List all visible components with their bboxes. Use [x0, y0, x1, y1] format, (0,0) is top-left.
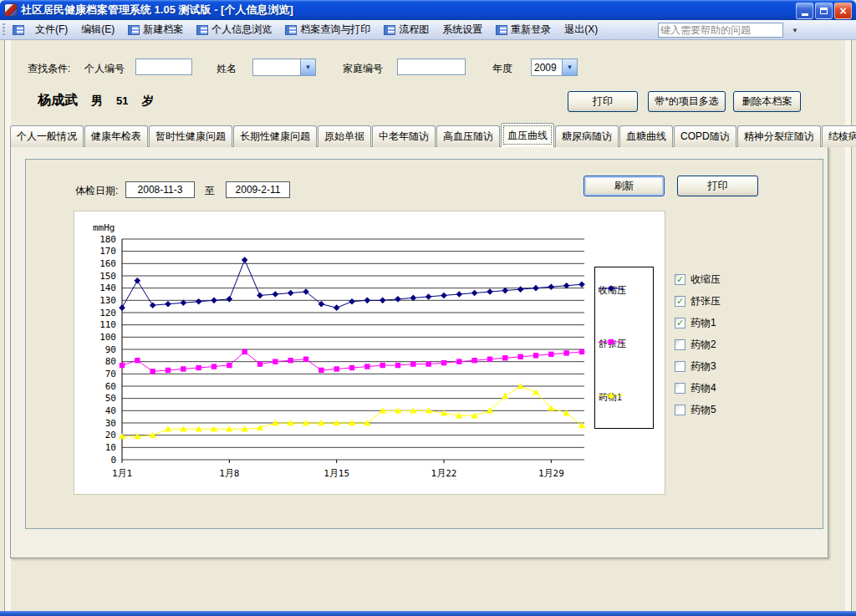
checkbox-icon[interactable] — [675, 361, 685, 372]
menu-item-label: 新建档案 — [143, 23, 183, 37]
form-icon — [285, 25, 297, 35]
tab-高血压随访[interactable]: 高血压随访 — [436, 125, 500, 147]
svg-text:180: 180 — [99, 234, 116, 245]
menu-item-label: 档案查询与打印 — [300, 23, 370, 37]
family-id-input[interactable] — [397, 59, 466, 75]
menu-item-label: 个人信息浏览 — [211, 23, 272, 37]
chevron-down-icon[interactable]: ▼ — [562, 59, 577, 75]
checkbox-checked-icon[interactable]: ✓ — [675, 274, 685, 285]
svg-text:mmHg: mmHg — [93, 222, 115, 233]
checkbox-checked-icon[interactable]: ✓ — [675, 318, 685, 328]
checkbox-checked-icon[interactable]: ✓ — [675, 296, 685, 307]
checkbox-icon[interactable] — [675, 383, 685, 394]
window-titlebar: 社区居民健康档案管理系统 1.05 测试版 - [个人信息浏览] × — [0, 0, 856, 20]
window-bottom-border — [0, 611, 856, 616]
tab-长期性健康问题[interactable]: 长期性健康问题 — [233, 125, 317, 147]
menu-bar: 文件(F)编辑(E)新建档案个人信息浏览档案查询与打印流程图系统设置重新登录退出… — [0, 20, 856, 40]
tab-个人一般情况[interactable]: 个人一般情况 — [10, 125, 84, 147]
year-label: 年度 — [492, 62, 512, 76]
checkbox-icon[interactable] — [675, 339, 685, 350]
tab-strip: 个人一般情况健康年检表暂时性健康问题长期性健康问题原始单据中老年随访高血压随访血… — [10, 124, 856, 147]
svg-text:60: 60 — [105, 381, 116, 392]
patient-gender: 男 — [91, 94, 103, 109]
menu-item[interactable]: 系统设置 — [436, 20, 489, 39]
help-search-input[interactable] — [659, 24, 792, 36]
name-combobox[interactable]: ▼ — [252, 59, 316, 76]
personal-id-input[interactable] — [135, 59, 192, 75]
app-icon — [4, 3, 18, 17]
svg-text:50: 50 — [105, 393, 116, 404]
multi-select-button[interactable]: 带*的项目多选 — [648, 91, 726, 112]
form-icon — [196, 25, 208, 35]
menu-item[interactable]: 文件(F) — [28, 20, 74, 39]
svg-text:1月29: 1月29 — [538, 468, 564, 479]
print-button[interactable]: 打印 — [568, 91, 638, 112]
svg-text:1月15: 1月15 — [324, 468, 349, 479]
patient-age-suffix: 岁 — [141, 94, 153, 109]
print-chart-button[interactable]: 打印 — [677, 176, 758, 196]
legend-item: 药物1 — [599, 391, 622, 404]
year-combobox[interactable]: 2009 ▼ — [531, 59, 578, 76]
close-button[interactable]: × — [834, 3, 852, 19]
date-to-input[interactable]: 2009-2-11 — [226, 181, 290, 198]
svg-text:1月1: 1月1 — [112, 468, 132, 479]
checkbox-icon[interactable] — [675, 405, 685, 415]
menu-item[interactable]: 个人信息浏览 — [190, 20, 278, 39]
menu-item[interactable]: 重新登录 — [489, 20, 558, 39]
series-toggle-label: 舒张压 — [690, 294, 721, 308]
legend-marker-icon — [599, 338, 624, 346]
minimize-button[interactable] — [796, 3, 813, 19]
series-toggle-药物3[interactable]: 药物3 — [675, 359, 716, 374]
svg-text:90: 90 — [105, 344, 116, 355]
tab-血压曲线[interactable]: 血压曲线 — [501, 123, 554, 147]
tab-精神分裂症随访[interactable]: 精神分裂症随访 — [737, 125, 821, 147]
series-toggle-药物2[interactable]: 药物2 — [675, 338, 716, 352]
delete-record-button[interactable]: 删除本档案 — [733, 91, 801, 112]
name-label: 姓名 — [217, 62, 237, 76]
tab-原始单据[interactable]: 原始单据 — [318, 125, 371, 147]
menu-items: 文件(F)编辑(E)新建档案个人信息浏览档案查询与打印流程图系统设置重新登录退出… — [28, 20, 604, 39]
tab-结核病随访[interactable]: 结核病随访 — [822, 125, 856, 147]
legend-marker-icon — [599, 284, 624, 293]
svg-text:1月22: 1月22 — [431, 468, 457, 479]
svg-text:140: 140 — [99, 283, 116, 293]
tab-健康年检表[interactable]: 健康年检表 — [84, 125, 148, 147]
restore-button[interactable] — [815, 3, 833, 19]
series-toggle-label: 药物5 — [690, 403, 716, 417]
menu-item[interactable]: 档案查询与打印 — [278, 20, 377, 39]
menu-item-label: 编辑(E) — [81, 23, 115, 37]
series-toggle-药物4[interactable]: 药物4 — [675, 381, 716, 395]
series-toggle-药物5[interactable]: 药物5 — [675, 403, 716, 417]
svg-text:20: 20 — [105, 430, 116, 440]
client-area: 查找条件: 个人编号 姓名 ▼ 家庭编号 年度 2009 ▼ 杨成武 男 51 … — [0, 40, 856, 611]
tab-暂时性健康问题[interactable]: 暂时性健康问题 — [149, 125, 232, 147]
tab-COPD随访[interactable]: COPD随访 — [674, 125, 736, 147]
tab-糖尿病随访[interactable]: 糖尿病随访 — [555, 125, 619, 147]
close-icon: × — [839, 5, 846, 17]
form-icon — [13, 25, 24, 35]
tab-中老年随访[interactable]: 中老年随访 — [372, 125, 436, 147]
legend-item: 收缩压 — [599, 284, 626, 297]
family-id-label: 家庭编号 — [343, 62, 383, 76]
series-toggle-收缩压[interactable]: ✓收缩压 — [675, 272, 721, 287]
series-toggle-药物1[interactable]: ✓药物1 — [675, 316, 716, 330]
chart-legend: 收缩压舒张压药物1 — [594, 267, 654, 429]
patient-info: 杨成武 男 51 岁 — [38, 92, 153, 109]
svg-text:100: 100 — [99, 332, 116, 343]
exam-date-label: 体检日期: — [75, 184, 118, 198]
menu-item[interactable]: 流程图 — [377, 20, 436, 39]
menu-item[interactable]: 新建档案 — [121, 20, 190, 39]
chevron-down-icon[interactable]: ▼ — [792, 27, 798, 34]
toolbar-grip[interactable] — [3, 23, 5, 37]
svg-text:1月8: 1月8 — [219, 468, 239, 479]
chevron-down-icon[interactable]: ▼ — [300, 59, 315, 75]
tab-血糖曲线[interactable]: 血糖曲线 — [619, 125, 673, 147]
series-toggle-舒张压[interactable]: ✓舒张压 — [675, 294, 721, 308]
svg-text:110: 110 — [99, 319, 116, 330]
refresh-button[interactable]: 刷新 — [583, 176, 665, 196]
menu-item[interactable]: 退出(X) — [558, 20, 604, 39]
to-label: 至 — [205, 184, 215, 198]
date-from-input[interactable]: 2008-11-3 — [125, 181, 195, 198]
series-toggle-label: 药物3 — [690, 359, 716, 374]
menu-item[interactable]: 编辑(E) — [74, 20, 121, 39]
